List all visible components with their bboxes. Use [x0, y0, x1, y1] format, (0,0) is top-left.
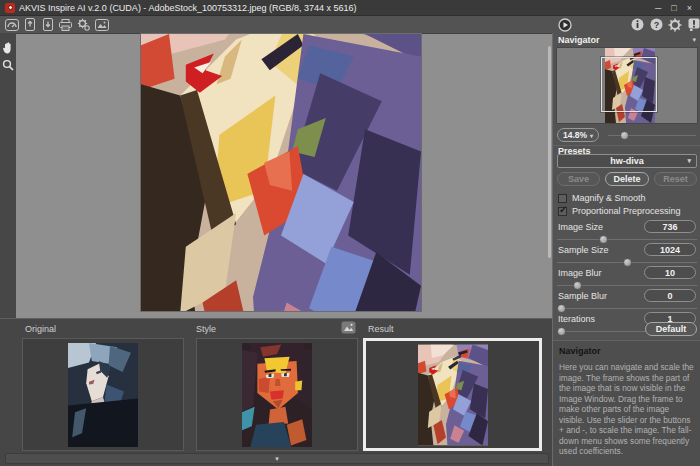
zoom-percent-dropdown[interactable]: 14.8% ▾ [557, 128, 599, 142]
style-label: Style [196, 324, 216, 334]
preset-save-button[interactable]: Save [557, 172, 600, 186]
about-icon[interactable] [686, 18, 700, 31]
zoom-dropdown-arrow-icon: ▾ [590, 132, 593, 139]
title-bar: AKVIS Inspire AI v.2.0 (CUDA) - AdobeSto… [0, 0, 700, 16]
save-image-icon[interactable] [40, 18, 55, 31]
navigator-preview[interactable] [556, 47, 698, 124]
processed-image-view[interactable] [141, 34, 421, 311]
preset-delete-button[interactable]: Delete [605, 172, 649, 186]
navigator-collapse-icon[interactable]: ▾ [692, 36, 696, 44]
filmstrip-panel: Original Style Result ▾ [0, 318, 552, 466]
main-toolbar: ? [0, 16, 700, 33]
style-gallery-icon[interactable] [341, 320, 356, 334]
image-size-value[interactable]: 736 [644, 220, 696, 233]
sample-size-value[interactable]: 1024 [644, 243, 696, 256]
app-window: { "window": { "title": "AKVIS Inspire AI… [0, 0, 700, 466]
share-image-icon[interactable] [94, 18, 109, 31]
preset-select[interactable]: hw-diva ▾ [557, 154, 697, 168]
canvas-vertical-scrollbar[interactable] [548, 46, 551, 258]
workspace-gauge-icon[interactable] [4, 18, 19, 31]
zoom-slider-handle[interactable] [620, 131, 629, 140]
navigator-view-frame[interactable] [601, 57, 657, 112]
sample-size-label: Sample Size [558, 245, 609, 255]
magnify-smooth-option[interactable]: Magnify & Smooth [558, 193, 646, 203]
collapse-arrow-icon: ▾ [275, 455, 279, 462]
hint-title: Navigator [559, 346, 695, 356]
close-button[interactable]: × [687, 3, 692, 13]
info-icon[interactable] [630, 18, 645, 31]
print-icon[interactable] [58, 18, 73, 31]
original-thumbnail[interactable] [22, 338, 184, 451]
filmstrip-collapse-bar[interactable]: ▾ [5, 453, 549, 464]
magnify-smooth-checkbox[interactable] [558, 194, 567, 203]
svg-text:?: ? [654, 20, 660, 30]
result-label: Result [368, 324, 394, 334]
app-logo-icon [5, 3, 15, 13]
sample-blur-label: Sample Blur [558, 291, 607, 301]
preferences-gear-icon[interactable] [667, 18, 682, 31]
zoom-slider[interactable] [608, 131, 696, 140]
image-blur-value[interactable]: 10 [644, 266, 696, 279]
tool-strip [0, 33, 16, 318]
original-label: Original [25, 324, 56, 334]
preset-dropdown-arrow-icon: ▾ [687, 157, 691, 165]
default-button[interactable]: Default [645, 322, 697, 336]
zoom-tool-icon[interactable] [2, 57, 14, 69]
proportional-preprocessing-checkbox[interactable]: ✓ [558, 207, 567, 216]
settings-panel: Navigator ▾ 14.8% ▾ Presets hw-diva ▾ Sa… [552, 33, 700, 466]
image-window[interactable] [16, 33, 552, 318]
result-thumbnail[interactable] [363, 338, 542, 451]
iterations-label: Iterations [558, 314, 595, 324]
zoom-percent-value: 14.8% [563, 130, 587, 140]
maximize-button[interactable]: □ [671, 3, 676, 13]
navigator-header[interactable]: Navigator ▾ [553, 33, 700, 46]
image-blur-label: Image Blur [558, 268, 602, 278]
navigator-title: Navigator [558, 35, 600, 45]
help-icon[interactable]: ? [649, 18, 664, 31]
preset-reset-button[interactable]: Reset [654, 172, 697, 186]
proportional-preprocessing-option[interactable]: ✓ Proportional Preprocessing [558, 206, 681, 216]
hand-tool-icon[interactable] [2, 40, 14, 52]
open-image-icon[interactable] [22, 18, 37, 31]
preset-selected-value: hw-diva [610, 156, 644, 166]
batch-processing-icon[interactable] [76, 18, 91, 31]
hint-text: Here you can navigate and scale the imag… [559, 362, 695, 457]
window-title: AKVIS Inspire AI v.2.0 (CUDA) - AdobeSto… [19, 3, 357, 13]
hint-panel: Navigator Here you can navigate and scal… [553, 340, 700, 466]
sample-blur-value[interactable]: 0 [644, 289, 696, 302]
run-processing-icon[interactable] [557, 18, 572, 31]
image-size-label: Image Size [558, 222, 603, 232]
minimize-button[interactable]: ─ [655, 3, 661, 13]
style-thumbnail[interactable] [196, 338, 358, 451]
